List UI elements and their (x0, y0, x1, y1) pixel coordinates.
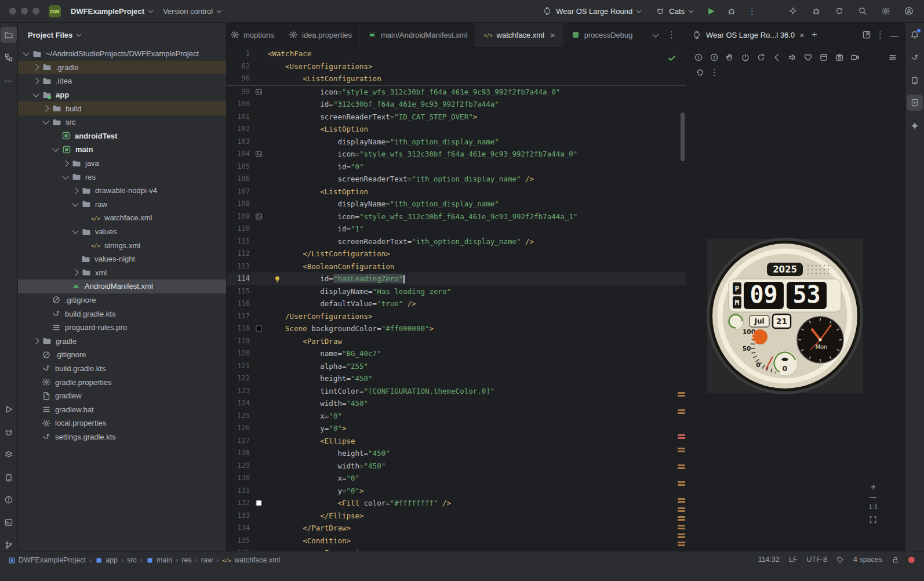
code-line[interactable]: 105id="0" (227, 161, 686, 173)
search-icon[interactable] (854, 3, 871, 19)
breadcrumb-item[interactable]: app (95, 556, 118, 564)
more-tool-icon[interactable]: ⋯ (1, 72, 17, 89)
code-line[interactable]: 119<PartDraw (227, 335, 686, 348)
more-actions-icon[interactable]: ⋮ (744, 3, 761, 19)
zoom-out-button[interactable] (870, 497, 876, 498)
tree-item[interactable]: </>strings.xml (18, 238, 226, 252)
tree-item[interactable]: </>watchface.xml (18, 211, 226, 225)
tree-item[interactable]: ~/AndroidStudioProjects/DWFExampleProjec… (18, 47, 226, 61)
code-line[interactable]: 125x="0" (227, 410, 686, 423)
code-line[interactable]: 1<WatchFace (227, 48, 686, 60)
problems-tool-icon[interactable] (1, 492, 17, 508)
run-config-selector[interactable]: Cats (650, 3, 698, 19)
code-line[interactable]: 102<ListOption (227, 123, 686, 136)
code-line[interactable]: 114id="hasLeadingZero" (227, 273, 686, 285)
code-line[interactable]: 122height="450" (227, 372, 686, 385)
tag-icon[interactable] (836, 556, 844, 564)
chevron-right-icon[interactable] (72, 187, 78, 194)
chevron-down-icon[interactable] (32, 90, 39, 97)
tree-item[interactable]: build.gradle.kts (18, 307, 226, 321)
code-line[interactable]: 96<ListConfiguration (227, 72, 686, 85)
code-line[interactable]: 103displayName="ith_option_display_name" (227, 136, 686, 148)
display-settings-button[interactable] (885, 50, 900, 64)
inspections-ok-icon[interactable] (667, 53, 676, 64)
chevron-down-icon[interactable] (42, 118, 49, 125)
hidden-tabs-icon[interactable] (652, 31, 659, 37)
button-1-button[interactable]: 1 (691, 50, 705, 64)
breadcrumb-item[interactable]: DWFExampleProject (8, 556, 86, 564)
fit-screen-icon[interactable] (869, 515, 877, 524)
rotate-button[interactable] (754, 50, 768, 64)
indent-setting[interactable]: 4 spaces (853, 555, 882, 564)
code-line[interactable]: 101screenReaderText="ID_CAT_STEP_OVER"> (227, 111, 686, 124)
code-line[interactable]: 117/UserConfigurations> (227, 310, 686, 323)
open-in-window-icon[interactable] (862, 30, 871, 39)
tree-item[interactable]: settings.gradle.kts (18, 430, 226, 444)
scrollbar-thumb[interactable] (681, 112, 685, 161)
code-line[interactable]: 126y="0"> (227, 422, 686, 435)
code-line[interactable]: 128height="450" (227, 447, 686, 460)
code-line[interactable]: 116defaultValue="true" /> (227, 297, 686, 310)
zoom-level[interactable]: 1:1 (869, 503, 878, 510)
code-line[interactable]: 118Scene backgroundColor="#ff000000"> (227, 322, 686, 335)
tab-processdebug[interactable]: processDebug (563, 23, 641, 47)
code-line[interactable]: 127<Ellipse (227, 435, 686, 448)
ai-assistant-icon[interactable] (785, 3, 801, 19)
tab-watchface-xml[interactable]: </>watchface.xml× (476, 23, 563, 47)
heart-rate-button[interactable] (801, 50, 815, 64)
tab-main-androidmanifest-xml[interactable]: main/AndroidManifest.xml (360, 23, 476, 47)
screenshot-button[interactable] (832, 50, 846, 64)
gemini-tool-icon[interactable] (907, 118, 923, 134)
device-more-icon[interactable]: ⋮ (710, 67, 719, 78)
code-line[interactable]: 99icon="style_wfs_312c30bf_f64a_461e_9c9… (227, 86, 686, 99)
code-line[interactable]: 131y="0"> (227, 485, 686, 498)
code-line[interactable]: 123tintColor="[CONFIGURATION.themeColor.… (227, 385, 686, 398)
tree-item[interactable]: main (18, 143, 226, 157)
tree-item[interactable]: res (18, 170, 226, 184)
code-line[interactable]: 107<ListOption (227, 186, 686, 198)
analysis-status-icon[interactable] (908, 557, 915, 563)
code-line[interactable]: 113<BooleanConfiguration (227, 260, 686, 273)
tab-idea-properties[interactable]: idea.properties (281, 23, 360, 47)
code-line[interactable]: 109icon="style_wfs_312c30bf_f64a_461e_9c… (227, 210, 686, 223)
hide-panel-icon[interactable]: — (890, 30, 898, 40)
code-line[interactable]: 110id="1" (227, 223, 686, 235)
chevron-right-icon[interactable] (32, 64, 39, 71)
zoom-in-button[interactable]: + (870, 482, 876, 492)
panel-options-icon[interactable]: ⋮ (876, 30, 885, 40)
gradle-tool-icon[interactable] (907, 49, 923, 66)
code-line[interactable]: 133</Ellipse> (227, 510, 686, 522)
chevron-down-icon[interactable] (62, 173, 68, 179)
code-area[interactable]: 1<WatchFace62<UserConfigurations>96<List… (227, 48, 686, 551)
chevron-right-icon[interactable] (32, 78, 39, 84)
code-line[interactable]: 130x="0" (227, 472, 686, 485)
chevron-right-icon[interactable] (72, 270, 78, 276)
code-line[interactable]: 62<UserConfigurations> (227, 60, 686, 73)
back-button[interactable] (769, 50, 784, 64)
close-icon[interactable]: × (550, 31, 555, 39)
code-line[interactable]: 132<Fill color="#ffffffff" /> (227, 497, 686, 510)
chevron-down-icon[interactable] (52, 146, 59, 152)
breadcrumb-item[interactable]: main (146, 556, 172, 564)
palm-button[interactable] (722, 50, 737, 64)
tree-item[interactable]: raw (18, 198, 226, 212)
tree-item[interactable]: .idea (18, 74, 226, 88)
bug-report-icon[interactable] (808, 3, 824, 19)
tree-item[interactable]: local.properties (18, 416, 226, 430)
vcs-widget[interactable]: Version control (158, 4, 226, 19)
breadcrumb-item[interactable]: res (181, 556, 191, 564)
run-tool-icon[interactable] (1, 401, 17, 417)
tree-item[interactable]: .gitignore (18, 293, 226, 307)
device-explorer-tool-icon[interactable] (1, 470, 17, 486)
tree-item[interactable]: java (18, 157, 226, 170)
tab-moptions[interactable]: moptions (227, 23, 281, 47)
chevron-down-icon[interactable] (23, 50, 29, 56)
button-2-button[interactable]: 2 (707, 50, 721, 64)
running-devices-tool-icon[interactable] (907, 95, 923, 111)
code-line[interactable]: 115displayName="Has leading zero" (227, 285, 686, 298)
breadcrumb-item[interactable]: raw (201, 556, 213, 564)
tree-item[interactable]: .gitignore (18, 348, 226, 362)
tree-item[interactable]: xml (18, 266, 226, 280)
settings-icon[interactable] (878, 3, 894, 19)
code-line[interactable]: 112</ListConfiguration> (227, 248, 686, 260)
